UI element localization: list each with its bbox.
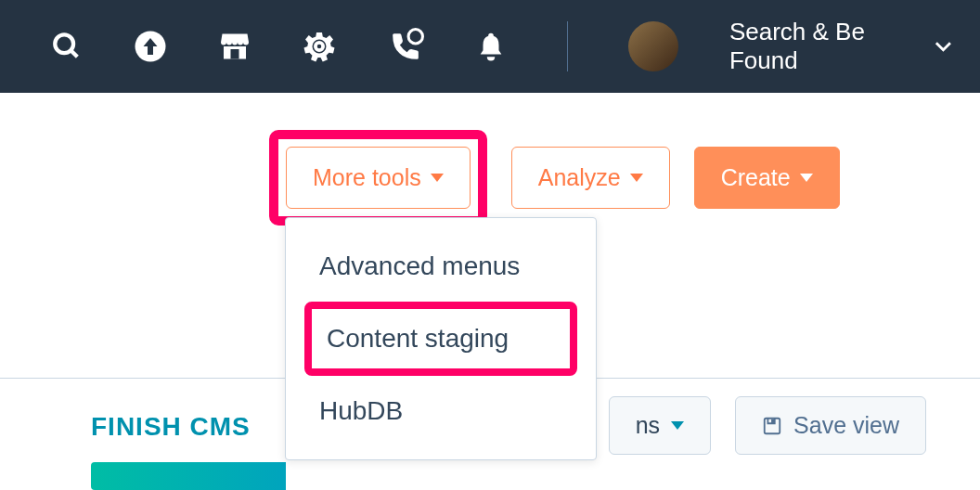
create-label: Create <box>721 164 791 191</box>
caret-down-icon <box>800 174 813 182</box>
svg-line-1 <box>71 50 77 57</box>
account-name-label: Search & Be Found <box>729 18 927 75</box>
save-view-button[interactable]: Save view <box>735 396 926 455</box>
action-toolbar: More tools Analyze Create <box>0 93 980 226</box>
navbar-divider <box>567 21 568 71</box>
progress-bar <box>91 462 286 490</box>
settings-icon[interactable] <box>303 30 336 63</box>
analyze-label: Analyze <box>538 164 621 191</box>
topbar-icon-group <box>51 28 507 65</box>
analyze-button[interactable]: Analyze <box>511 147 670 209</box>
more-tools-button[interactable]: More tools <box>286 147 471 209</box>
dropdown-item-content-staging[interactable]: Content staging <box>304 302 577 376</box>
more-tools-label: More tools <box>313 164 421 191</box>
ns-suffix: ns <box>636 412 660 439</box>
svg-rect-4 <box>231 49 239 59</box>
caret-down-icon <box>431 174 444 182</box>
marketplace-icon[interactable] <box>218 30 251 63</box>
caret-down-icon <box>630 174 643 182</box>
more-tools-dropdown: Advanced menus Content staging HubDB <box>285 217 597 460</box>
caret-down-icon <box>671 421 684 430</box>
search-icon[interactable] <box>51 31 83 62</box>
svg-rect-7 <box>772 419 774 422</box>
highlight-more-tools: More tools <box>269 130 487 226</box>
upgrade-icon[interactable] <box>134 30 167 63</box>
truncated-ns-button[interactable]: ns <box>609 396 711 455</box>
chevron-down-icon <box>935 40 952 53</box>
save-view-label: Save view <box>793 412 899 439</box>
save-icon <box>762 416 782 436</box>
calls-icon[interactable] <box>387 28 424 65</box>
svg-point-0 <box>55 34 73 53</box>
svg-point-5 <box>408 30 422 44</box>
top-navbar: Search & Be Found <box>0 0 980 93</box>
right-controls: ns Save view <box>609 396 926 455</box>
dropdown-item-hubdb[interactable]: HubDB <box>286 381 596 441</box>
account-switcher[interactable]: Search & Be Found <box>729 18 952 75</box>
notifications-icon[interactable] <box>475 31 507 62</box>
avatar[interactable] <box>628 21 678 71</box>
dropdown-item-advanced-menus[interactable]: Advanced menus <box>286 237 596 296</box>
create-button[interactable]: Create <box>694 147 840 209</box>
